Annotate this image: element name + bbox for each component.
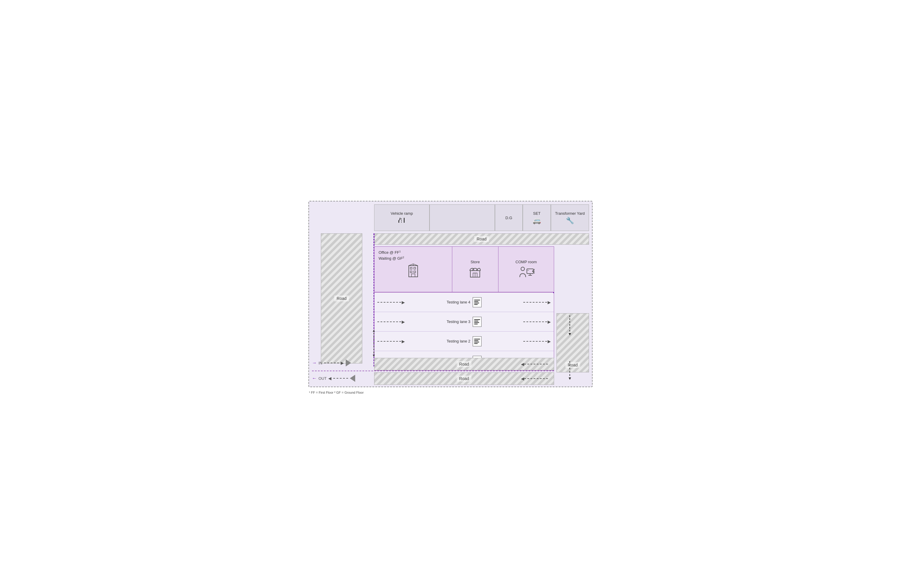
transformer-box: Transformer Yard 🔧 xyxy=(551,204,589,231)
set-box: SET 🚐 xyxy=(523,204,551,231)
vehicle-ramp-box: Vehicle ramp ⛙ xyxy=(374,204,429,231)
lane-2-right-arrow: ▶ xyxy=(523,339,551,344)
comp-icon xyxy=(518,266,535,279)
lane-3-right-arrow: ▶ xyxy=(523,319,551,324)
office-label: Office @ FF1 xyxy=(379,250,401,255)
right-down-arrow2: ▼ xyxy=(568,361,572,381)
vertical-up-arrow: ▲ ▼ xyxy=(372,328,376,358)
store-box: Store xyxy=(452,247,499,292)
road-left-label: Road xyxy=(334,296,349,302)
lane-4: ▶ Testing lane 4 ▶ xyxy=(374,292,554,312)
facility-diagram: Vehicle ramp ⛙ D.G SET 🚐 Transformer Yar… xyxy=(309,201,592,387)
out-arrow-head: ◀ xyxy=(328,376,332,381)
svg-point-22 xyxy=(534,271,535,272)
lane-3-label: Testing lane 3 xyxy=(447,317,482,327)
lane-4-label: Testing lane 4 xyxy=(447,297,482,307)
lane-2-checklist-icon xyxy=(473,336,482,346)
transformer-icon: 🔧 xyxy=(566,217,574,224)
in-triangle-icon xyxy=(346,359,351,367)
lane-4-checklist-icon xyxy=(473,297,482,307)
middle-space xyxy=(429,204,495,231)
building-icon xyxy=(379,263,448,280)
upper-section: Office @ FF1 Waiting @ GF2 Store xyxy=(374,246,554,292)
road-top-label: Road xyxy=(474,236,489,242)
out-arrow-area: ← OUT ◀ xyxy=(312,375,355,382)
lane-2-label: Testing lane 2 xyxy=(447,336,482,346)
lane-4-left-arrow: ▶ xyxy=(377,300,405,305)
comp-room-label: COMP room xyxy=(516,260,537,264)
office-text: Office @ FF1 Waiting @ GF2 xyxy=(379,250,448,261)
road-left: Road xyxy=(321,233,362,364)
set-icon: 🚐 xyxy=(533,217,541,224)
svg-rect-5 xyxy=(412,274,415,277)
in-arrow-head: ▶ xyxy=(341,361,344,365)
in-arrow-area: → IN ▶ xyxy=(312,359,351,367)
svg-point-12 xyxy=(521,267,524,271)
road-bottom1-label: Road xyxy=(457,361,471,367)
lane-3-checklist-icon xyxy=(473,317,482,327)
lane-2-left-arrow: ▶ xyxy=(377,339,405,344)
svg-rect-3 xyxy=(410,271,412,273)
lane-2: ▶ Testing lane 2 ▶ xyxy=(374,331,554,351)
lane-3: ▶ Testing lane 3 ▶ xyxy=(374,312,554,331)
road-bottom2-arrow: ◀ xyxy=(521,376,548,381)
vehicle-ramp-label: Vehicle ramp xyxy=(391,211,413,216)
road-bottom2: Road ◀ xyxy=(374,372,554,385)
top-facilities: Vehicle ramp ⛙ D.G SET 🚐 Transformer Yar… xyxy=(374,204,589,231)
out-purple-arrow-icon: ← xyxy=(312,376,317,381)
store-label: Store xyxy=(471,260,480,264)
set-label: SET xyxy=(533,211,541,216)
dg-label: D.G xyxy=(505,216,512,220)
footnote: ¹ FF = First Floor ² GF = Ground Floor xyxy=(309,391,364,394)
svg-rect-2 xyxy=(414,268,416,269)
dg-box: D.G xyxy=(495,204,523,231)
out-label: OUT xyxy=(318,376,326,381)
in-dashed-line xyxy=(324,362,339,363)
comp-border-accent xyxy=(553,292,554,293)
right-down-arrow1: ▼ xyxy=(568,315,572,336)
out-triangle-icon xyxy=(350,375,355,382)
road-right: Road xyxy=(556,313,589,372)
out-dashed-line xyxy=(333,378,348,379)
in-purple-arrow-icon: → xyxy=(312,360,317,366)
vehicle-ramp-icon: ⛙ xyxy=(398,217,405,224)
office-box: Office @ FF1 Waiting @ GF2 xyxy=(374,247,452,292)
svg-rect-1 xyxy=(410,268,412,269)
waiting-label: Waiting @ GF2 xyxy=(379,256,404,261)
road-top: Road xyxy=(374,233,589,244)
road-bottom1-arrow: ◀ xyxy=(521,362,548,367)
transformer-label: Transformer Yard xyxy=(555,211,585,216)
comp-room-box: COMP room xyxy=(499,247,554,292)
road-bottom1: Road ◀ xyxy=(374,358,554,370)
lane-3-left-arrow: ▶ xyxy=(377,319,405,324)
road-bottom2-label: Road xyxy=(457,376,471,381)
lane-4-right-arrow: ▶ xyxy=(523,300,551,305)
horizontal-purple-divider xyxy=(312,370,554,371)
svg-rect-4 xyxy=(414,271,416,273)
store-icon xyxy=(469,266,481,279)
in-label: IN xyxy=(318,361,322,365)
